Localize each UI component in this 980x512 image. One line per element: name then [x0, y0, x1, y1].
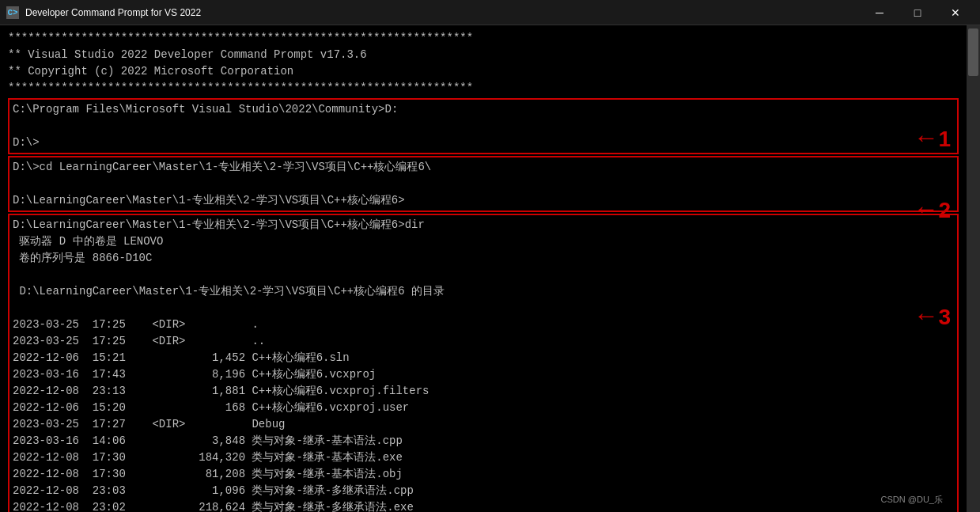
scrollbar-track[interactable]	[967, 25, 980, 512]
annotation-1-label: 1	[938, 123, 951, 156]
dir-line-7: 2023-03-16 14:06 3,848 类与对象-继承-基本语法.cpp	[13, 433, 954, 449]
dir-line-10: 2022-12-08 23:03 1,096 类与对象-继承-多继承语法.cpp	[13, 483, 954, 499]
title-bar: C> Developer Command Prompt for VS 2022 …	[0, 0, 980, 25]
box3-line6	[13, 300, 954, 317]
minimize-button[interactable]: ─	[861, 0, 898, 25]
stars-line-1: ****************************************…	[8, 30, 959, 47]
box-section-3: D:\LearningCareer\Master\1-专业相关\2-学习\VS项…	[8, 214, 959, 512]
maximize-button[interactable]: □	[899, 0, 936, 25]
annotation-3: ← 3	[918, 298, 951, 336]
terminal-wrapper: ****************************************…	[0, 25, 980, 512]
dir-line-8: 2022-12-08 17:30 184,320 类与对象-继承-基本语法.ex…	[13, 449, 954, 466]
box1-line3: D:\>	[13, 135, 954, 151]
stars-line-2: ****************************************…	[8, 80, 959, 97]
box3-line4	[13, 267, 954, 283]
dir-line-3: 2023-03-16 17:43 8,196 C++核心编程6.vcxproj	[13, 366, 954, 383]
dir-line-2: 2022-12-06 15:21 1,452 C++核心编程6.sln	[13, 350, 954, 366]
box2-line2	[13, 176, 954, 192]
box1-line2	[13, 118, 954, 135]
watermark: CSDN @DU_乐	[881, 493, 943, 506]
dir-line-5: 2022-12-06 15:20 168 C++核心编程6.vcxproj.us…	[13, 400, 954, 416]
box1-line1: C:\Program Files\Microsoft Visual Studio…	[13, 101, 954, 118]
vs-line: ** Visual Studio 2022 Developer Command …	[8, 47, 959, 63]
terminal-body[interactable]: ****************************************…	[0, 25, 967, 512]
copyright-line: ** Copyright (c) 2022 Microsoft Corporat…	[8, 63, 959, 80]
window-controls: ─ □ ✕	[861, 0, 974, 25]
dir-line-4: 2022-12-08 23:13 1,881 C++核心编程6.vcxproj.…	[13, 383, 954, 400]
dir-line-9: 2022-12-08 17:30 81,208 类与对象-继承-基本语法.obj	[13, 466, 954, 483]
dir-line-6: 2023-03-25 17:27 <DIR> Debug	[13, 416, 954, 433]
box3-line2: 驱动器 D 中的卷是 LENOVO	[13, 233, 954, 250]
arrow-1-icon: ←	[918, 120, 933, 158]
arrow-3-icon: ←	[918, 298, 933, 336]
scrollbar-thumb[interactable]	[968, 28, 978, 76]
box3-line5: D:\LearningCareer\Master\1-专业相关\2-学习\VS项…	[13, 283, 954, 300]
window-title: Developer Command Prompt for VS 2022	[25, 7, 201, 18]
arrow-2-icon: ←	[918, 192, 933, 229]
annotation-1: ← 1	[918, 120, 951, 158]
box2-line3: D:\LearningCareer\Master\1-专业相关\2-学习\VS项…	[13, 192, 954, 209]
annotation-2: ← 2	[918, 192, 951, 229]
box3-line3: 卷的序列号是 8866-D10C	[13, 250, 954, 267]
box2-line1: D:\>cd LearningCareer\Master\1-专业相关\2-学习…	[13, 159, 954, 176]
annotation-2-label: 2	[938, 194, 951, 227]
annotation-3-label: 3	[938, 301, 951, 334]
dir-line-11: 2022-12-08 23:02 218,624 类与对象-继承-多继承语法.e…	[13, 499, 954, 512]
box-section-2: D:\>cd LearningCareer\Master\1-专业相关\2-学习…	[8, 156, 959, 212]
dir-line-1: 2023-03-25 17:25 <DIR> ..	[13, 333, 954, 350]
app-icon: C>	[6, 6, 19, 19]
box-section-1: C:\Program Files\Microsoft Visual Studio…	[8, 98, 959, 154]
dir-line-0: 2023-03-25 17:25 <DIR> .	[13, 317, 954, 333]
close-button[interactable]: ✕	[937, 0, 974, 25]
title-bar-left: C> Developer Command Prompt for VS 2022	[6, 6, 201, 19]
box3-line1: D:\LearningCareer\Master\1-专业相关\2-学习\VS项…	[13, 217, 954, 233]
